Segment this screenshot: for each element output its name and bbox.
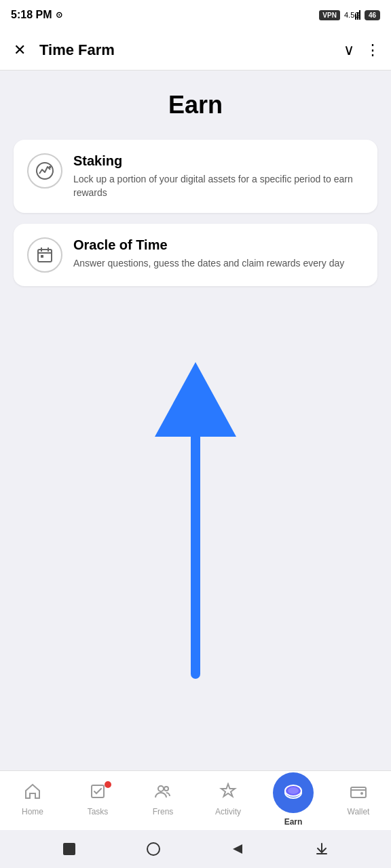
time-text: 5:18 PM — [11, 9, 52, 21]
header-left: ✕ Time Farm — [11, 39, 115, 62]
staking-desc: Lock up a portion of your digital assets… — [73, 173, 364, 199]
svg-rect-2 — [357, 12, 358, 20]
close-button[interactable]: ✕ — [11, 39, 29, 62]
status-time: 5:18 PM ⊙ — [11, 9, 62, 21]
download-button[interactable] — [312, 840, 331, 859]
earn-label: Earn — [284, 817, 303, 827]
staking-card[interactable]: Staking Lock up a portion of your digita… — [14, 140, 377, 213]
back-button[interactable] — [228, 840, 247, 859]
battery-icon: 46 — [365, 10, 380, 20]
svg-point-13 — [158, 786, 164, 791]
frens-label: Frens — [153, 807, 174, 816]
system-nav — [0, 830, 391, 868]
chevron-down-icon[interactable]: ∨ — [343, 41, 354, 59]
nav-item-activity[interactable]: Activity — [196, 783, 261, 816]
nav-item-tasks[interactable]: Tasks — [65, 783, 130, 816]
oracle-desc: Answer questions, guess the dates and cl… — [73, 257, 364, 271]
svg-rect-9 — [41, 255, 43, 258]
nav-item-home[interactable]: Home — [0, 783, 65, 816]
activity-label: Activity — [215, 807, 241, 816]
oracle-title: Oracle of Time — [73, 237, 364, 253]
staking-content: Staking Lock up a portion of your digita… — [73, 153, 364, 199]
svg-rect-5 — [38, 250, 52, 262]
svg-rect-20 — [63, 843, 75, 855]
main-content: Earn Staking Lock up a portion of your d… — [0, 71, 391, 770]
svg-marker-22 — [233, 844, 242, 854]
oracle-icon — [27, 237, 62, 273]
svg-point-19 — [360, 792, 363, 795]
wallet-icon — [350, 783, 367, 804]
status-bar: 5:18 PM ⊙ VPN 4.5G 46 — [0, 0, 391, 30]
tasks-icon — [89, 783, 107, 804]
nav-item-wallet[interactable]: Wallet — [326, 783, 391, 816]
tasks-badge — [105, 781, 111, 788]
home-label: Home — [22, 807, 43, 816]
staking-icon — [27, 153, 62, 189]
svg-marker-11 — [155, 362, 236, 437]
svg-point-21 — [147, 843, 160, 855]
home-icon — [24, 783, 41, 804]
tasks-label: Tasks — [88, 807, 109, 816]
frens-icon — [154, 783, 172, 804]
svg-rect-1 — [355, 14, 356, 20]
app-header: ✕ Time Farm ∨ ⋮ — [0, 30, 391, 71]
sim-icon: ⊙ — [56, 10, 62, 20]
earn-circle — [273, 772, 314, 813]
header-right: ∨ ⋮ — [343, 41, 380, 59]
vpn-badge: VPN — [319, 10, 340, 20]
staking-title: Staking — [73, 153, 364, 169]
svg-rect-18 — [351, 787, 366, 797]
recent-apps-button[interactable] — [60, 840, 79, 859]
bottom-nav: Home Tasks Frens A — [0, 770, 391, 830]
activity-icon — [219, 783, 237, 804]
svg-rect-3 — [359, 10, 360, 20]
home-button[interactable] — [144, 840, 163, 859]
oracle-content: Oracle of Time Answer questions, guess t… — [73, 237, 364, 271]
page-title: Earn — [14, 91, 377, 119]
status-right: VPN 4.5G 46 — [319, 9, 380, 22]
svg-point-14 — [164, 787, 168, 791]
app-title: Time Farm — [39, 41, 115, 59]
nav-item-earn[interactable]: Earn — [261, 772, 326, 827]
oracle-card[interactable]: Oracle of Time Answer questions, guess t… — [14, 224, 377, 286]
signal-icon: 4.5G — [344, 9, 360, 22]
svg-point-17 — [288, 787, 299, 794]
menu-dots-icon[interactable]: ⋮ — [365, 41, 380, 59]
nav-item-frens[interactable]: Frens — [130, 783, 196, 816]
annotation-arrow — [141, 281, 250, 704]
wallet-label: Wallet — [348, 807, 370, 816]
